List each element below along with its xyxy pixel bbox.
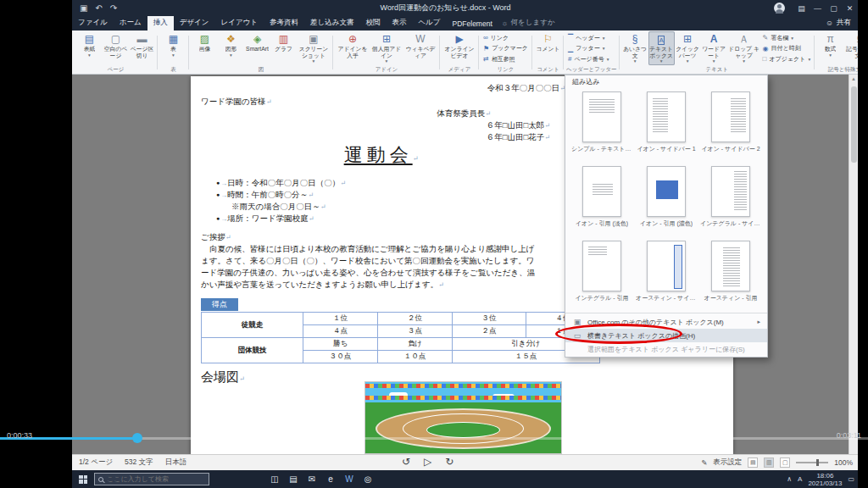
doc-bullet-item: ●→日時：令和〇年〇月〇日（〇）↵ [216,178,565,189]
table-button[interactable]: ▦表▾ [160,31,186,65]
blank-page-button[interactable]: ▢空白のページ [103,31,129,65]
cover-page-button[interactable]: ▤表紙▾ [76,31,103,65]
textbox-template-integral-sidebar[interactable]: インテグラル - サイドバー [698,164,763,235]
footer-button[interactable]: ▁フッター▾ [566,43,611,53]
cross-reference-button[interactable]: ⇄相互参照 [481,54,530,64]
taskbar-app-icon-word[interactable]: W [340,474,359,484]
smartart-button[interactable]: ◈SmartArt [244,31,270,65]
tab-insert[interactable]: 挿入 [147,16,174,30]
signature-icon: ✎ [763,34,769,42]
text-box-button[interactable]: Aテキスト ボックス▾ [648,31,675,65]
user-avatar[interactable] [774,3,785,14]
web-layout-button[interactable]: ▢ [780,458,790,468]
drop-cap-button[interactable]: Ａドロップ キャップ▾ [727,31,761,65]
tell-me-box[interactable]: ☼何をしますか [502,18,555,30]
taskbar-app-icon-media[interactable]: ◎ [359,474,377,484]
group-label-text: テキスト [622,65,813,74]
screenshot-button[interactable]: ▣スクリーンショット▾ [297,31,331,65]
action-center-icon[interactable]: ▭ [848,475,854,483]
play-icon[interactable]: ▷ [424,456,431,468]
tab-review[interactable]: 校閲 [359,16,386,30]
tab-home[interactable]: ホーム [114,16,147,30]
scrollbar-thumb[interactable] [851,86,857,163]
my-addins-button[interactable]: ⊞個人用アドイン▾ [370,31,403,65]
tab-pdfelement[interactable]: PDFelement [447,18,498,30]
read-mode-button[interactable]: ▤ [748,458,758,468]
ime-indicator[interactable]: A [798,475,802,483]
taskbar-app-icon-mail[interactable]: ✉ [303,474,321,484]
page-break-button[interactable]: ▬ページ区切り [129,31,155,65]
online-video-button[interactable]: ▶オンライン ビデオ [442,31,476,65]
taskbar-app-icon-explorer[interactable]: ▤ [284,474,303,484]
tab-mailings[interactable]: 差し込み文書 [304,16,359,30]
pictures-button[interactable]: ▨画像 [192,31,218,65]
rewind-icon[interactable]: ↺ [402,456,410,468]
tab-references[interactable]: 参考資料 [264,16,304,30]
tab-help[interactable]: ヘルプ [412,16,446,30]
start-button[interactable] [72,470,94,488]
doc-body-line: かい声援や言葉を送っていただきますようお願い申し上げます。↵ [201,280,565,291]
template-thumbnail [711,166,750,217]
minimize-button[interactable]: — [810,4,826,13]
tab-file[interactable]: ファイル [72,16,114,30]
window-controls: ▤ — ▢ ✕ [793,4,858,13]
date-time-button[interactable]: ◉日付と時刻 [761,43,813,53]
tab-design[interactable]: デザイン [174,16,215,30]
restore-button[interactable]: ▢ [826,4,842,13]
textbox-template-ion-sidebar-1[interactable]: イオン - サイドバー 1 [634,89,698,160]
textbox-template-ion-sidebar-2[interactable]: イオン - サイドバー 2 [698,89,763,160]
tab-view[interactable]: 表示 [386,16,412,30]
bookmark-button[interactable]: ⚑ブックマーク [481,43,530,53]
object-button[interactable]: □オブジェクト▾ [761,54,813,64]
textbox-template-austin-quote[interactable]: オースティン - 引用 [698,238,763,309]
quick-parts-button[interactable]: ⊞クイック パーツ▾ [675,31,701,65]
header-button[interactable]: ▔ヘッダー▾ [566,33,611,43]
get-addins-button[interactable]: ⊕アドインを入手 [336,31,370,65]
undo-icon[interactable]: ↶ [95,3,102,13]
redo-icon[interactable]: ↷ [110,3,117,13]
page-number-button[interactable]: #ページ番号▾ [566,54,611,64]
share-button[interactable]: ☺共有 [826,18,851,30]
zoom-slider-thumb[interactable] [816,459,819,466]
print-layout-button[interactable]: ▥ [764,458,774,468]
wikipedia-button[interactable]: Wウィキペディア [403,31,437,65]
menu-item-draw-horizontal-textbox[interactable]: ▭横書きテキスト ボックスの描画(H) [565,329,767,342]
word-count[interactable]: 532 文字 [125,458,153,468]
taskbar-search-box[interactable] [94,473,209,485]
forward-icon[interactable]: ↻ [445,456,453,468]
textbox-template-austin-sidebar[interactable]: オースティン - サイドバー [634,238,698,309]
greeting-line-button[interactable]: §あいさつ文▾ [622,31,648,65]
video-progress-bar[interactable] [0,437,868,440]
scroll-up-icon[interactable]: ▲ [849,75,858,81]
wordart-button[interactable]: Aワードアート▾ [701,31,727,65]
search-input[interactable] [107,475,200,483]
textbox-template-integral-quote[interactable]: インテグラル - 引用 [570,238,634,309]
language-indicator[interactable]: 日本語 [165,458,187,468]
taskbar-clock[interactable]: 18:06 2021/03/13 [808,472,842,487]
hidden-icons-chevron[interactable]: ∧ [787,475,792,483]
save-icon[interactable]: ▣ [80,3,87,13]
quick-access-toolbar: ▣ ↶ ↷ [80,3,117,13]
close-button[interactable]: ✕ [842,4,858,13]
page-indicator[interactable]: 1/2 ページ [79,458,113,468]
ribbon-display-options-button[interactable]: ▤ [793,4,810,13]
chart-button[interactable]: ▥グラフ [270,31,297,65]
link-button[interactable]: ∞リンク [481,33,530,43]
taskbar-app-icon-edge[interactable]: e [321,474,340,484]
tab-layout[interactable]: レイアウト [215,16,264,30]
video-progress-handle[interactable] [132,433,142,443]
textbox-template-ion-quote-dark[interactable]: イオン - 引用 (濃色) [634,164,698,235]
zoom-slider[interactable] [796,462,828,463]
textbox-template-ion-quote-light[interactable]: イオン - 引用 (淡色) [570,164,634,235]
signature-line-button[interactable]: ✎署名欄▾ [761,33,813,43]
equation-button[interactable]: π数式▾ [817,31,843,65]
textbox-template-simple[interactable]: シンプル - テキスト ボックス [570,89,634,160]
vertical-scrollbar[interactable]: ▲ [849,75,858,454]
comment-button[interactable]: ⚐コメント [535,31,561,65]
display-settings-button[interactable]: 表示設定 [713,458,742,468]
taskbar-app-icon-taskview[interactable]: ◫ [265,474,284,484]
zoom-level[interactable]: 100% [834,458,853,467]
symbol-button[interactable]: Ω記号と特殊文字▾ [843,31,858,65]
shapes-button[interactable]: ❖図形▾ [218,31,244,65]
menu-item-more-textboxes[interactable]: ▣Office.com のその他のテキスト ボックス(M)▸ [565,315,767,329]
